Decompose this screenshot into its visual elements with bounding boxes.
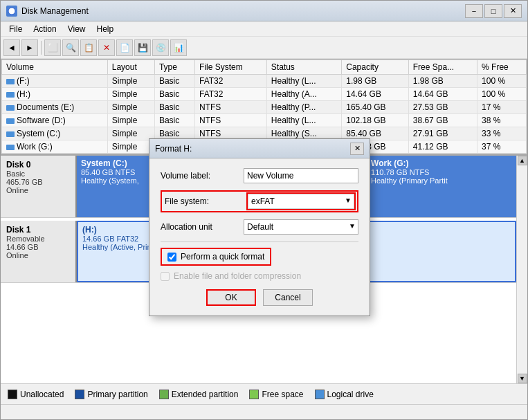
file-system-row: File system: exFAT NTFS FAT32 ▼ xyxy=(161,190,358,212)
table-row[interactable]: (H:) Simple Basic FAT32 Healthy (A... 14… xyxy=(2,88,527,101)
cell-free: 38.67 GB xyxy=(408,114,477,127)
cell-fs: NTFS xyxy=(195,114,267,127)
cell-capacity: 14.64 GB xyxy=(342,88,409,101)
cell-volume: Documents (E:) xyxy=(2,101,108,114)
legend-extended-box xyxy=(159,390,169,399)
file-system-label: File system: xyxy=(165,197,248,206)
dialog-close-button[interactable]: ✕ xyxy=(350,143,364,155)
cell-free: 27.91 GB xyxy=(408,127,477,140)
menu-view[interactable]: View xyxy=(62,23,91,35)
cell-volume: System (C:) xyxy=(2,127,108,140)
file-system-select[interactable]: exFAT NTFS FAT32 xyxy=(248,194,354,209)
col-layout: Layout xyxy=(107,60,154,75)
cell-type: Basic xyxy=(154,75,194,88)
cell-volume: (F:) xyxy=(2,75,108,88)
compression-label: Enable file and folder compression xyxy=(174,271,301,281)
dialog-body: Volume label: File system: exFAT NTFS FA… xyxy=(149,158,370,316)
back-button[interactable]: ◄ xyxy=(3,39,20,56)
menu-bar: File Action View Help xyxy=(1,21,527,37)
volume-label-input[interactable] xyxy=(244,168,358,183)
disk0-status: Online xyxy=(6,186,70,194)
legend-unallocated-box xyxy=(8,390,17,399)
disk0-label: Disk 0 Basic 465.76 GB Online xyxy=(1,156,77,217)
legend-primary-box xyxy=(75,390,84,399)
volume-label-row: Volume label: xyxy=(161,168,358,183)
menu-help[interactable]: Help xyxy=(91,23,120,35)
maximize-button[interactable]: □ xyxy=(484,4,502,18)
status-bar xyxy=(1,404,527,419)
partition-g-name: Work (G:) xyxy=(371,158,512,168)
disk1-label: Disk 1 Removable 14.66 GB Online xyxy=(1,221,77,282)
table-row[interactable]: Documents (E:) Simple Basic NTFS Healthy… xyxy=(2,101,527,114)
toolbar-btn-10[interactable]: 📊 xyxy=(170,39,187,56)
title-bar: Disk Management − □ ✕ xyxy=(1,1,527,21)
legend-logical: Logical drive xyxy=(315,390,374,399)
cell-free: 27.53 GB xyxy=(408,101,477,114)
menu-file[interactable]: File xyxy=(3,23,28,35)
cell-capacity: 1.98 GB xyxy=(342,75,409,88)
dialog-title-text: Format H: xyxy=(155,144,350,154)
scroll-up[interactable]: ▲ xyxy=(518,156,527,165)
legend-unallocated-label: Unallocated xyxy=(20,390,64,399)
toolbar: ◄ ► ⬜ 🔍 📋 ✕ 📄 💾 💿 📊 xyxy=(1,37,527,59)
close-button[interactable]: ✕ xyxy=(504,4,522,18)
allocation-select[interactable]: Default xyxy=(244,219,358,235)
cell-status: Healthy (A... xyxy=(266,88,341,101)
col-status: Status xyxy=(266,60,341,75)
cell-pct: 33 % xyxy=(477,127,527,140)
cell-volume: (H:) xyxy=(2,88,108,101)
col-freespace: Free Spa... xyxy=(408,60,477,75)
cell-volume: Software (D:) xyxy=(2,114,108,127)
toolbar-btn-4[interactable]: 🔍 xyxy=(62,39,79,56)
disk1-size: 14.66 GB xyxy=(6,243,70,251)
delete-button[interactable]: ✕ xyxy=(98,39,115,56)
legend-primary-label: Primary partition xyxy=(87,390,147,399)
forward-button[interactable]: ► xyxy=(21,39,38,56)
disk0-title: Disk 0 xyxy=(6,160,70,170)
cell-status: Healthy (L... xyxy=(266,114,341,127)
legend-freespace: Free space xyxy=(249,390,303,399)
dialog-divider xyxy=(161,241,358,242)
format-dialog: Format H: ✕ Volume label: File system: e… xyxy=(149,138,370,316)
disk1-title: Disk 1 xyxy=(6,225,70,235)
toolbar-btn-9[interactable]: 💿 xyxy=(152,39,169,56)
toolbar-btn-3[interactable]: ⬜ xyxy=(44,39,61,56)
cell-pct: 100 % xyxy=(477,88,527,101)
table-row[interactable]: Software (D:) Simple Basic NTFS Healthy … xyxy=(2,114,527,127)
cancel-button[interactable]: Cancel xyxy=(263,289,313,306)
ok-button[interactable]: OK xyxy=(206,289,256,306)
disk1-type: Removable xyxy=(6,235,70,243)
col-volume: Volume xyxy=(2,60,108,75)
file-system-select-wrap: exFAT NTFS FAT32 ▼ xyxy=(248,194,354,209)
toolbar-btn-5[interactable]: 📋 xyxy=(80,39,97,56)
cell-pct: 37 % xyxy=(477,140,527,154)
cell-layout: Simple xyxy=(107,114,154,127)
scrollbar[interactable]: ▲ ▼ xyxy=(516,156,527,383)
cell-free: 1.98 GB xyxy=(408,75,477,88)
dialog-title-bar: Format H: ✕ xyxy=(149,139,370,158)
quick-format-checkbox[interactable] xyxy=(167,253,176,262)
table-row[interactable]: (F:) Simple Basic FAT32 Healthy (L... 1.… xyxy=(2,75,527,88)
toolbar-btn-7[interactable]: 📄 xyxy=(116,39,133,56)
cell-layout: Simple xyxy=(107,140,154,154)
cell-layout: Simple xyxy=(107,75,154,88)
app-icon xyxy=(6,6,17,17)
disk0-partition-g[interactable]: Work (G:) 110.78 GB NTFS Healthy (Primar… xyxy=(367,156,516,217)
disk0-size: 465.76 GB xyxy=(6,178,70,186)
volume-label-label: Volume label: xyxy=(161,171,244,181)
cell-volume: Work (G:) xyxy=(2,140,108,154)
compression-checkbox[interactable] xyxy=(161,272,170,281)
toolbar-btn-8[interactable]: 💾 xyxy=(134,39,151,56)
col-capacity: Capacity xyxy=(342,60,409,75)
quick-format-label: Perform a quick format xyxy=(181,252,264,262)
disk1-status: Online xyxy=(6,251,70,259)
minimize-button[interactable]: − xyxy=(465,4,483,18)
window-controls: − □ ✕ xyxy=(465,4,522,18)
cell-pct: 100 % xyxy=(477,75,527,88)
scroll-down[interactable]: ▼ xyxy=(518,374,527,383)
quick-format-row: Perform a quick format xyxy=(161,248,271,266)
cell-type: Basic xyxy=(154,101,194,114)
cell-fs: FAT32 xyxy=(195,88,267,101)
cell-type: Basic xyxy=(154,88,194,101)
menu-action[interactable]: Action xyxy=(28,23,62,35)
